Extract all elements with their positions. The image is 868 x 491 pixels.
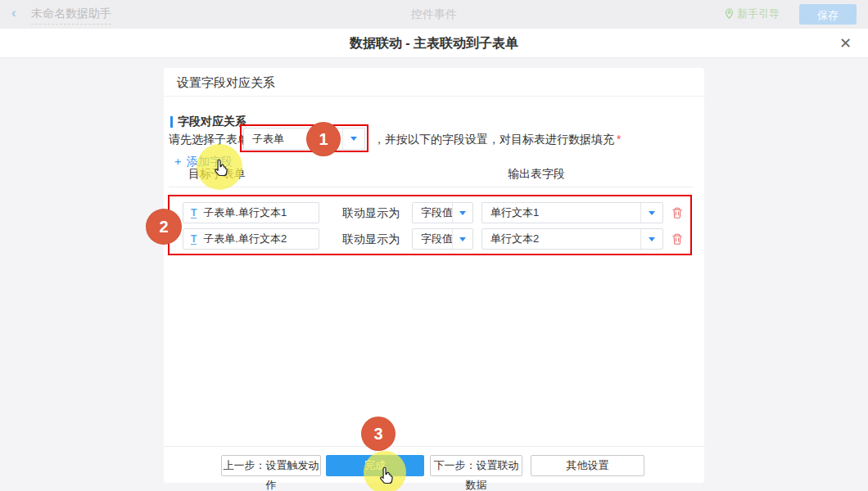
save-button[interactable]: 保存: [799, 4, 857, 25]
chevron-down-icon[interactable]: [640, 203, 662, 223]
guide-label: 新手引导: [737, 7, 780, 21]
topbar: ‹ 未命名数据助手 控件事件 新手引导 保存: [0, 0, 868, 29]
next-step-button[interactable]: 下一步：设置联动数据: [430, 455, 522, 476]
text-field-icon: T: [191, 208, 197, 218]
close-icon[interactable]: ✕: [839, 34, 852, 52]
add-field-label: 添加字段: [187, 155, 233, 168]
panel-title: 设置字段对应关系: [164, 68, 704, 97]
mode-select-value: 字段值: [413, 205, 452, 220]
delete-row-button[interactable]: [671, 206, 684, 219]
target-field-box[interactable]: T 子表单.单行文本1: [183, 202, 319, 223]
other-settings-button[interactable]: 其他设置: [531, 455, 644, 476]
output-field-value: 单行文本2: [482, 232, 640, 246]
guide-link[interactable]: 新手引导: [725, 7, 780, 21]
chevron-down-icon[interactable]: [452, 203, 472, 223]
mapping-row: T 子表单.单行文本2 联动显示为 字段值 单行文本2: [164, 228, 704, 250]
link-display-label: 联动显示为: [342, 228, 400, 250]
column-header-target: 目标子表单: [188, 167, 246, 182]
section-header: 字段对应关系: [170, 115, 246, 129]
subform-select-label: 请先选择子表单: [169, 133, 249, 147]
text-field-icon: T: [191, 234, 197, 245]
divider: [164, 446, 704, 447]
target-field-value: 子表单.单行文本1: [203, 205, 287, 220]
subform-select-value: 子表单: [244, 132, 342, 146]
done-button[interactable]: 完成: [326, 455, 424, 476]
target-field-box[interactable]: T 子表单.单行文本2: [183, 228, 319, 250]
mode-select-value: 字段值: [413, 232, 452, 246]
modal-header: 数据联动 - 主表联动到子表单 ✕: [0, 29, 868, 58]
trash-icon: [671, 206, 684, 219]
divider: [169, 187, 693, 187]
subform-select-suffix: ，并按以下的字段设置，对目标表进行数据填充*: [373, 133, 621, 147]
field-mapping-panel: 设置字段对应关系 字段对应关系 请先选择子表单 子表单 ，并按以下的字段设置，对…: [164, 68, 704, 483]
mode-select[interactable]: 字段值: [412, 228, 473, 250]
target-field-value: 子表单.单行文本2: [203, 232, 287, 246]
plus-icon: ＋: [172, 155, 183, 168]
chevron-down-icon[interactable]: [640, 229, 662, 249]
location-pin-icon: [725, 8, 734, 20]
column-header-output: 输出表字段: [508, 167, 565, 182]
subform-select[interactable]: 子表单: [243, 128, 365, 150]
screen: ‹ 未命名数据助手 控件事件 新手引导 保存 数据联动 - 主表联动到子表单 ✕…: [0, 0, 868, 491]
chevron-down-icon[interactable]: [452, 229, 472, 249]
link-display-label: 联动显示为: [342, 202, 400, 223]
app-title: 未命名数据助手: [31, 7, 111, 25]
output-field-select[interactable]: 单行文本2: [481, 228, 663, 250]
output-field-value: 单行文本1: [482, 205, 640, 220]
modal-title: 数据联动 - 主表联动到子表单: [0, 29, 868, 57]
output-field-select[interactable]: 单行文本1: [481, 202, 663, 223]
delete-row-button[interactable]: [671, 232, 684, 246]
section-label: 字段对应关系: [178, 115, 246, 129]
chevron-down-icon[interactable]: [342, 128, 364, 149]
mapping-row: T 子表单.单行文本1 联动显示为 字段值 单行文本1: [164, 202, 704, 223]
mode-select[interactable]: 字段值: [412, 202, 473, 223]
prev-step-button[interactable]: 上一步：设置触发动作: [221, 455, 321, 476]
section-accent-bar: [170, 116, 173, 128]
trash-icon: [671, 232, 684, 246]
required-mark: *: [617, 133, 621, 146]
back-icon[interactable]: ‹: [11, 5, 16, 21]
